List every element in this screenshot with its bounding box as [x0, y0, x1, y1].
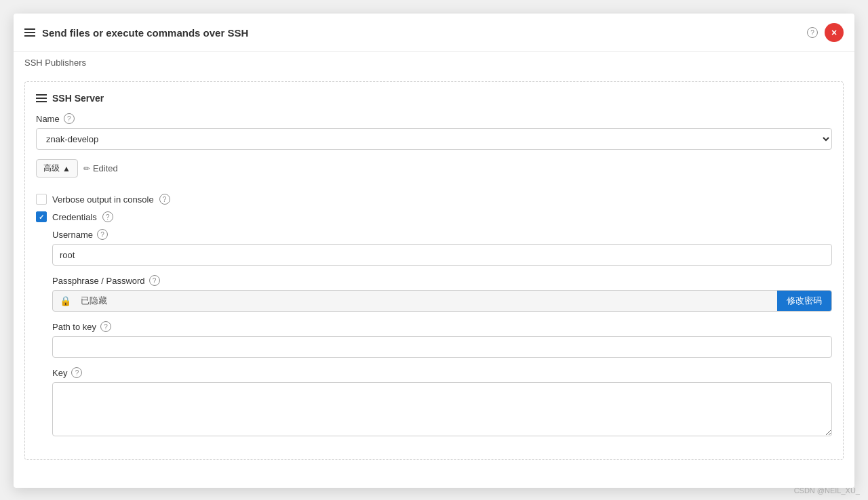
dialog-title: Send files or execute commands over SSH — [42, 27, 800, 39]
chevron-up-icon: ▲ — [62, 164, 71, 173]
advanced-button[interactable]: 高级 ▲ — [36, 159, 78, 178]
username-field-group: Username ? — [52, 229, 832, 266]
credentials-checkbox[interactable] — [36, 211, 47, 222]
help-icon-title[interactable]: ? — [807, 27, 818, 38]
password-field-group: Passphrase / Password ? 🔒 修改密码 — [52, 275, 832, 312]
password-hidden-text[interactable] — [78, 292, 777, 310]
main-dialog: Send files or execute commands over SSH … — [14, 14, 854, 488]
section-drag-icon[interactable] — [36, 94, 47, 102]
section-header: SSH Server — [36, 93, 832, 104]
pencil-icon: ✏ — [83, 164, 90, 173]
edited-label-row: ✏ Edited — [83, 163, 118, 173]
close-button[interactable]: × — [825, 23, 844, 42]
key-textarea[interactable] — [52, 382, 832, 436]
password-label: Passphrase / Password — [52, 276, 145, 286]
credentials-help-icon[interactable]: ? — [102, 211, 113, 222]
username-label: Username — [52, 230, 93, 240]
dialog-header: Send files or execute commands over SSH … — [14, 14, 854, 52]
lock-icon: 🔒 — [53, 295, 78, 306]
verbose-checkbox[interactable] — [36, 194, 47, 205]
password-field-wrapper: 🔒 修改密码 — [52, 290, 832, 312]
path-to-key-field-group: Path to key ? — [52, 321, 832, 358]
verbose-help-icon[interactable]: ? — [159, 194, 170, 205]
path-to-key-input[interactable] — [52, 336, 832, 358]
path-to-key-label: Path to key — [52, 322, 96, 332]
change-password-button[interactable]: 修改密码 — [777, 291, 831, 311]
advanced-row: 高级 ▲ ✏ Edited — [36, 159, 832, 183]
name-select[interactable]: znak-develop — [36, 128, 832, 150]
advanced-label: 高级 — [43, 163, 60, 174]
section-title: SSH Server — [52, 93, 104, 104]
key-label: Key — [52, 368, 67, 378]
password-help-icon[interactable]: ? — [149, 275, 160, 286]
dialog-body: SSH Server Name ? znak-develop 高级 ▲ ✏ — [14, 73, 854, 468]
key-label-row: Key ? — [52, 367, 832, 378]
name-field-group: Name ? znak-develop — [36, 113, 832, 150]
password-label-row: Passphrase / Password ? — [52, 275, 832, 286]
credentials-label: Credentials — [52, 212, 97, 222]
name-label-row: Name ? — [36, 113, 832, 124]
credentials-subsection: Username ? Passphrase / Password ? 🔒 修改密… — [52, 229, 832, 439]
name-label: Name — [36, 114, 60, 124]
path-to-key-label-row: Path to key ? — [52, 321, 832, 332]
path-to-key-help-icon[interactable]: ? — [100, 321, 111, 332]
username-input[interactable] — [52, 244, 832, 266]
verbose-label: Verbose output in console — [52, 194, 154, 205]
key-help-icon[interactable]: ? — [71, 367, 82, 378]
credentials-checkbox-row: Credentials ? — [36, 211, 832, 222]
hamburger-icon[interactable] — [24, 28, 35, 37]
ssh-server-section: SSH Server Name ? znak-develop 高级 ▲ ✏ — [24, 81, 844, 460]
username-help-icon[interactable]: ? — [97, 229, 108, 240]
verbose-checkbox-row: Verbose output in console ? — [36, 194, 832, 205]
name-help-icon[interactable]: ? — [64, 113, 75, 124]
key-field-group: Key ? — [52, 367, 832, 439]
watermark: CSDN @NEIL_XU_ — [794, 486, 860, 495]
username-label-row: Username ? — [52, 229, 832, 240]
edited-text: Edited — [93, 163, 118, 173]
dialog-subtitle: SSH Publishers — [14, 52, 854, 73]
